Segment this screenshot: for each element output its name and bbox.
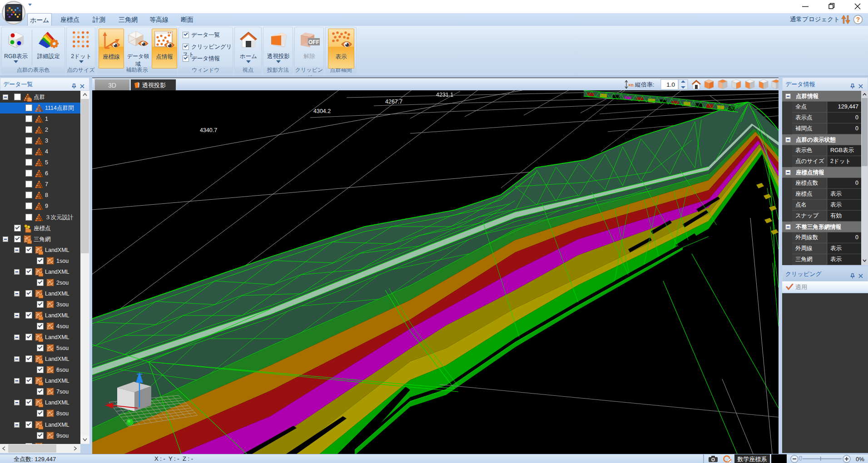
svg-text:×n: ×n [628,83,634,88]
svg-text:4304.2: 4304.2 [313,108,331,114]
svg-text:4340.7: 4340.7 [200,127,217,133]
svg-text:1.0: 1.0 [666,81,675,88]
svg-text:縦倍率:: 縦倍率: [635,81,655,88]
svg-text:4231.1: 4231.1 [436,92,453,98]
svg-text:数学座標系: 数学座標系 [737,456,767,463]
svg-text:0%: 0% [856,456,864,463]
svg-text:?: ? [856,16,860,23]
svg-text:4267.7: 4267.7 [385,99,402,105]
svg-text:OFF: OFF [308,39,319,45]
